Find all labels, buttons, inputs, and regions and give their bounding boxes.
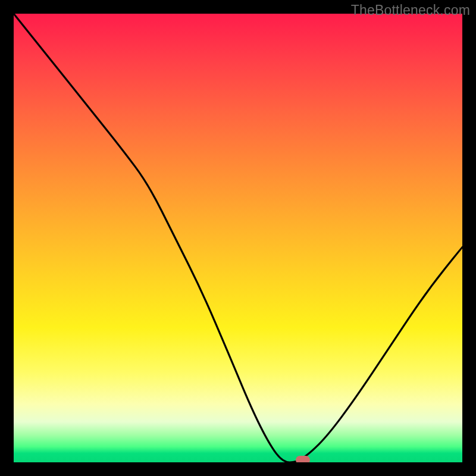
- plot-area: [14, 14, 462, 462]
- watermark-text: TheBottleneck.com: [351, 2, 470, 18]
- optimum-marker: [296, 456, 310, 462]
- bottleneck-curve: [14, 14, 462, 462]
- chart-frame: TheBottleneck.com: [0, 0, 476, 476]
